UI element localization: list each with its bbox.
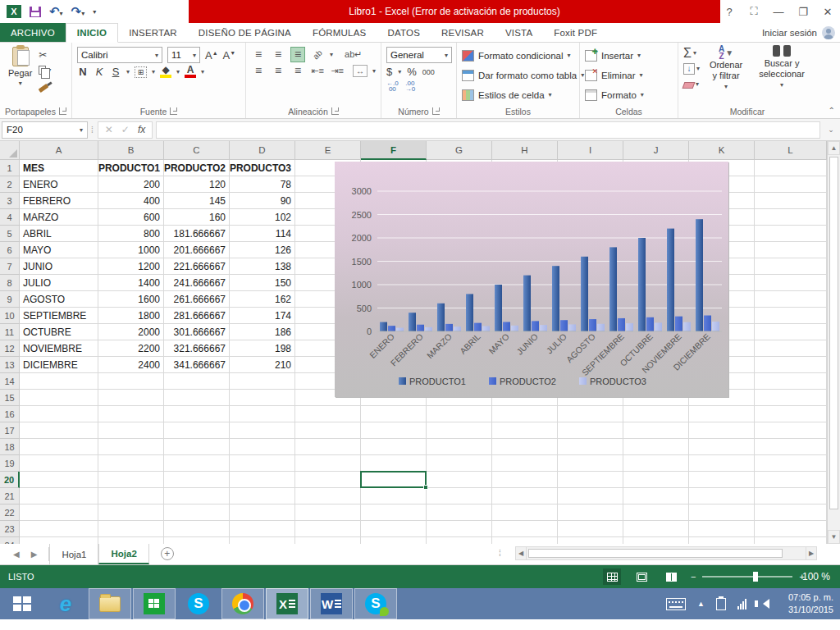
cell-F22[interactable] (361, 504, 427, 521)
formula-input[interactable] (156, 121, 820, 139)
cell-D8[interactable]: 150 (230, 275, 295, 291)
row-header-20[interactable]: 20 (0, 472, 20, 488)
underline-dropdown-arrow[interactable]: ▾ (126, 68, 130, 75)
cell-L8[interactable] (755, 275, 827, 291)
start-button[interactable] (0, 588, 44, 619)
scroll-left-icon[interactable]: ◀ (515, 546, 527, 560)
cell-I20[interactable] (558, 472, 623, 488)
cell-H22[interactable] (492, 504, 558, 521)
cell-I23[interactable] (558, 521, 623, 537)
cell-L9[interactable] (755, 291, 827, 308)
cell-C10[interactable]: 281.666667 (164, 308, 230, 324)
copy-button[interactable]: ▾ (39, 64, 51, 76)
new-sheet-button[interactable]: + (161, 547, 174, 560)
cell-D17[interactable] (230, 422, 295, 439)
italic-button[interactable]: K (94, 66, 105, 78)
cell-H16[interactable] (492, 406, 558, 422)
cell-B16[interactable] (98, 406, 164, 422)
zoom-out-button[interactable]: − (691, 572, 696, 582)
cell-I24[interactable] (558, 537, 623, 544)
cell-A18[interactable] (20, 439, 98, 455)
tab-inicio[interactable]: INICIO (66, 23, 118, 43)
cell-D5[interactable]: 114 (230, 226, 295, 242)
cell-D9[interactable]: 162 (230, 291, 295, 308)
taskbar-windows-store[interactable] (133, 588, 176, 619)
cell-K21[interactable] (689, 488, 755, 504)
format-painter-button[interactable] (39, 80, 51, 92)
cell-F19[interactable] (361, 455, 427, 472)
align-center-button[interactable]: ≡ (271, 66, 285, 76)
cell-C18[interactable] (164, 439, 230, 455)
cell-L11[interactable] (755, 324, 827, 340)
insert-function-icon[interactable]: fx (138, 124, 145, 135)
portapapeles-dialog-launcher-icon[interactable] (59, 107, 66, 115)
cell-C12[interactable]: 321.666667 (164, 340, 230, 357)
cut-button[interactable]: ✂ (39, 48, 51, 61)
row-header-21[interactable]: 21 (0, 488, 20, 504)
cell-K24[interactable] (689, 537, 755, 544)
row-header-18[interactable]: 18 (0, 439, 20, 455)
cell-A15[interactable] (20, 390, 98, 406)
wrap-text-button[interactable]: ab↵ (345, 49, 359, 60)
cell-J22[interactable] (623, 504, 689, 521)
cell-D11[interactable]: 186 (230, 324, 295, 340)
tab-vista[interactable]: VISTA (495, 23, 543, 42)
row-header-3[interactable]: 3 (0, 193, 20, 209)
cell-B20[interactable] (98, 472, 164, 488)
cell-A10[interactable]: SEPTIEMBRE (20, 308, 98, 324)
cell-F18[interactable] (361, 439, 427, 455)
cell-C6[interactable]: 201.666667 (164, 242, 230, 258)
cell-L1[interactable] (755, 160, 827, 176)
column-header-G[interactable]: G (427, 141, 492, 160)
fill-color-dropdown-arrow[interactable]: ▾ (176, 68, 180, 75)
cell-D15[interactable] (230, 390, 295, 406)
cell-styles-button[interactable]: Estilos de celda▾ (462, 86, 584, 103)
underline-button[interactable]: S (110, 66, 121, 78)
orientation-button[interactable]: ab (308, 46, 326, 64)
fill-color-button[interactable]: ◆ (160, 66, 171, 78)
increase-indent-button[interactable]: ⇥≡ (330, 66, 345, 76)
cell-F16[interactable] (361, 406, 427, 422)
cell-C13[interactable]: 341.666667 (164, 357, 230, 373)
autosum-button[interactable]: Σ▾ (683, 47, 700, 59)
cell-E17[interactable] (295, 422, 361, 439)
cell-B17[interactable] (98, 422, 164, 439)
cell-A8[interactable]: JULIO (20, 275, 98, 291)
cell-B1[interactable]: PRODUCTO1 (98, 160, 164, 176)
paste-dropdown-arrow[interactable]: ▾ (19, 80, 22, 87)
excel-app-icon[interactable]: X (7, 5, 21, 18)
row-header-5[interactable]: 5 (0, 226, 20, 242)
user-avatar-icon[interactable] (822, 26, 835, 39)
cell-D7[interactable]: 138 (230, 258, 295, 275)
cell-C11[interactable]: 301.666667 (164, 324, 230, 340)
row-header-17[interactable]: 17 (0, 422, 20, 439)
cell-B7[interactable]: 1200 (98, 258, 164, 275)
cell-B23[interactable] (98, 521, 164, 537)
row-header-4[interactable]: 4 (0, 209, 20, 226)
cell-A21[interactable] (20, 488, 98, 504)
align-top-button[interactable]: ≡ (251, 51, 266, 58)
close-button[interactable]: ✕ (815, 0, 840, 23)
cell-D3[interactable]: 90 (230, 193, 295, 209)
borders-dropdown-arrow[interactable]: ▾ (152, 68, 155, 75)
help-button[interactable]: ? (717, 0, 742, 23)
cell-D1[interactable]: PRODUCTO3 (230, 160, 295, 176)
zoom-slider-handle[interactable] (753, 572, 758, 582)
cell-C3[interactable]: 145 (164, 193, 230, 209)
row-header-9[interactable]: 9 (0, 291, 20, 308)
number-format-combobox[interactable]: General▾ (386, 47, 452, 63)
cell-L12[interactable] (755, 340, 827, 357)
row-header-1[interactable]: 1 (0, 160, 20, 176)
cell-D4[interactable]: 102 (230, 209, 295, 226)
grid-body[interactable]: 1MESPRODUCTO1PRODUCTO2PRODUCTO32ENERO200… (0, 160, 827, 544)
cell-C23[interactable] (164, 521, 230, 537)
cell-B14[interactable] (98, 373, 164, 390)
show-hidden-icons-icon[interactable]: ▲ (697, 600, 705, 608)
scroll-up-icon[interactable]: ▲ (828, 141, 840, 155)
cell-E23[interactable] (295, 521, 361, 537)
row-header-12[interactable]: 12 (0, 340, 20, 357)
cell-A5[interactable]: ABRIL (20, 226, 98, 242)
row-header-15[interactable]: 15 (0, 390, 20, 406)
tab-diseno-de-pagina[interactable]: DISEÑO DE PÁGINA (188, 23, 302, 42)
merge-center-dropdown-arrow[interactable]: ▾ (372, 67, 376, 75)
